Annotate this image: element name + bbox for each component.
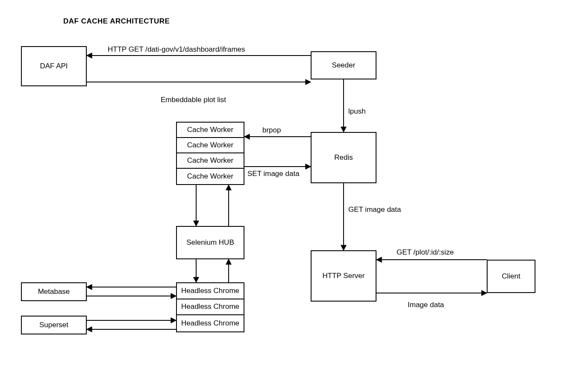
node-cache-workers: Cache Worker Cache Worker Cache Worker C… <box>176 122 244 185</box>
headless-chrome-row: Headless Chrome <box>177 315 244 331</box>
edge-label-get-image: GET image data <box>348 205 401 214</box>
edge-label-get-plot: GET /plot/:id/:size <box>397 248 454 257</box>
cache-worker-row: Cache Worker <box>177 138 244 153</box>
edge-label-set-image: SET image data <box>247 170 300 178</box>
headless-chrome-row: Headless Chrome <box>177 299 244 316</box>
node-daf-api: DAF API <box>21 46 87 86</box>
node-http-server: HTTP Server <box>311 250 376 302</box>
edge-label-http-get: HTTP GET /dati-gov/v1/dashboard/iframes <box>108 45 245 54</box>
diagram-edges <box>0 0 588 384</box>
node-client: Client <box>487 260 535 293</box>
node-superset-label: Superset <box>39 321 68 329</box>
node-metabase: Metabase <box>21 282 87 301</box>
node-selenium-hub: Selenium HUB <box>176 226 244 259</box>
edge-label-brpop: brpop <box>262 126 281 135</box>
node-seeder: Seeder <box>311 51 376 79</box>
edge-label-lpush: lpush <box>348 107 366 116</box>
diagram-title: DAF CACHE ARCHITECTURE <box>63 17 170 26</box>
node-selenium-hub-label: Selenium HUB <box>186 238 234 247</box>
cache-worker-row: Cache Worker <box>177 153 244 169</box>
node-redis: Redis <box>311 132 376 183</box>
edge-label-embeddable-list: Embeddable plot list <box>161 96 226 104</box>
node-superset: Superset <box>21 316 87 334</box>
node-http-server-label: HTTP Server <box>323 272 365 280</box>
cache-worker-row: Cache Worker <box>177 123 244 138</box>
node-client-label: Client <box>502 272 520 281</box>
edge-label-image-data: Image data <box>408 301 444 309</box>
headless-chrome-row: Headless Chrome <box>177 283 244 299</box>
node-seeder-label: Seeder <box>332 61 356 70</box>
node-redis-label: Redis <box>334 153 353 162</box>
node-headless-chrome: Headless Chrome Headless Chrome Headless… <box>176 282 244 332</box>
node-metabase-label: Metabase <box>38 287 70 296</box>
node-daf-api-label: DAF API <box>40 62 68 70</box>
cache-worker-row: Cache Worker <box>177 169 244 184</box>
